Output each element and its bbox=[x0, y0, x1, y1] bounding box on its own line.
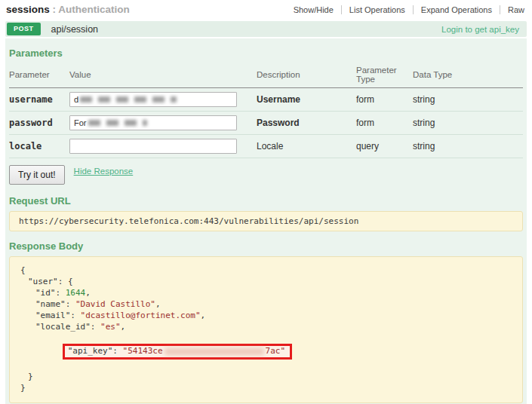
password-value-prefix: For bbox=[74, 118, 87, 127]
link-list-operations[interactable]: List Operations bbox=[341, 5, 413, 14]
password-input[interactable]: For bbox=[69, 115, 237, 130]
json-close-user-brace: } bbox=[28, 372, 33, 381]
json-email-value: "dcastillo@fortinet.com" bbox=[81, 311, 201, 320]
resource-description: : Authentication bbox=[53, 4, 130, 15]
data-type-locale: string bbox=[413, 135, 523, 158]
json-apikey-value-end: 7ac" bbox=[266, 346, 286, 356]
json-email-key: "email": bbox=[35, 311, 81, 320]
data-type-username: string bbox=[413, 88, 523, 112]
table-row: username d Username form string bbox=[9, 88, 523, 112]
table-row: locale Locale query string bbox=[9, 135, 523, 158]
page-header: sessions : Authentication Show/Hide List… bbox=[0, 0, 532, 21]
json-user-key: "user": { bbox=[28, 277, 73, 286]
col-data-type: Data Type bbox=[413, 63, 523, 88]
http-method-badge[interactable]: POST bbox=[7, 23, 41, 35]
param-name-locale: locale bbox=[9, 135, 69, 158]
operation-bar: POST api/session Login to get api_key bbox=[5, 21, 527, 37]
table-row: password For Password form string bbox=[9, 112, 523, 135]
json-apikey-key: "api_key": bbox=[68, 346, 123, 356]
operation-content: Parameters Parameter Value Description P… bbox=[5, 38, 527, 404]
try-it-out-button[interactable]: Try it out! bbox=[9, 165, 65, 185]
parameters-heading: Parameters bbox=[9, 47, 523, 59]
col-parameter: Parameter bbox=[9, 63, 69, 88]
link-expand-operations[interactable]: Expand Operations bbox=[413, 5, 500, 14]
json-comma: , bbox=[201, 311, 206, 320]
param-desc-username: Username bbox=[257, 88, 356, 112]
login-api-key-link[interactable]: Login to get api_key bbox=[441, 25, 519, 34]
json-name-key: "name": bbox=[35, 299, 75, 309]
api-key-highlight-box: "api_key": "54143ce7ac" bbox=[63, 344, 292, 360]
param-desc-password: Password bbox=[257, 112, 356, 135]
page-title: sessions : Authentication bbox=[6, 4, 130, 15]
response-body-heading: Response Body bbox=[9, 240, 523, 252]
parameters-table: Parameter Value Description Parameter Ty… bbox=[9, 63, 523, 158]
param-name-password: password bbox=[9, 112, 69, 135]
json-locale-key: "locale_id": bbox=[35, 322, 100, 332]
header-links: Show/Hide List Operations Expand Operati… bbox=[286, 5, 526, 14]
request-url-heading: Request URL bbox=[9, 195, 523, 207]
json-name-value: "David Castillo" bbox=[75, 299, 155, 309]
col-description: Description bbox=[257, 63, 356, 88]
param-type-locale: query bbox=[356, 135, 413, 158]
endpoint-path[interactable]: api/session bbox=[51, 24, 442, 35]
col-value: Value bbox=[69, 63, 257, 88]
resource-name: sessions bbox=[6, 4, 50, 15]
request-url-value: https://cybersecurity.telefonica.com:443… bbox=[19, 216, 358, 226]
redacted-blur bbox=[165, 348, 264, 355]
response-body-box: { "user": { "id": 1644, "name": "David C… bbox=[9, 256, 523, 403]
username-input[interactable]: d bbox=[69, 92, 237, 107]
json-comma: , bbox=[85, 288, 91, 298]
request-url-box: https://cybersecurity.telefonica.com:443… bbox=[9, 211, 523, 231]
param-name-username: username bbox=[9, 88, 69, 112]
json-apikey-value-start: "54143ce bbox=[123, 346, 163, 356]
actions-row: Try it out! Hide Response bbox=[9, 165, 523, 185]
redacted-blur bbox=[80, 96, 177, 103]
link-show-hide[interactable]: Show/Hide bbox=[286, 5, 341, 14]
json-open-brace: { bbox=[20, 265, 26, 275]
json-comma: , bbox=[155, 299, 161, 309]
hide-response-link[interactable]: Hide Response bbox=[74, 167, 134, 176]
json-close-brace: } bbox=[20, 383, 26, 393]
json-id-key: "id": bbox=[35, 288, 66, 298]
json-comma: , bbox=[121, 322, 126, 332]
username-value-prefix: d bbox=[74, 95, 78, 104]
link-raw[interactable]: Raw bbox=[500, 5, 526, 14]
locale-input[interactable] bbox=[69, 139, 237, 154]
param-desc-locale: Locale bbox=[257, 135, 356, 158]
json-id-value: 1644 bbox=[66, 288, 86, 298]
param-type-username: form bbox=[356, 88, 413, 112]
data-type-password: string bbox=[413, 112, 523, 135]
param-type-password: form bbox=[356, 112, 413, 135]
redacted-blur bbox=[88, 120, 147, 126]
table-header-row: Parameter Value Description Parameter Ty… bbox=[9, 63, 523, 88]
col-parameter-type: Parameter Type bbox=[356, 63, 413, 88]
json-locale-value: "es" bbox=[100, 322, 121, 332]
